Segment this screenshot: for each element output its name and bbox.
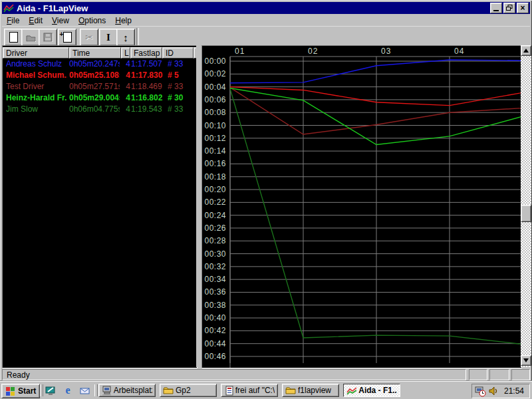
scroll-up-button[interactable] <box>521 45 531 56</box>
cut-button[interactable]: ✂ <box>80 29 98 46</box>
menu-view[interactable]: View <box>47 15 74 26</box>
taskbar-handle-2[interactable] <box>94 384 98 396</box>
minimize-icon <box>493 10 499 11</box>
cell-time: 0h05m29.004s <box>69 93 120 102</box>
add-lap-data-button[interactable]: + <box>58 29 76 46</box>
title-bar[interactable]: Aida - F1LapView × <box>2 2 530 14</box>
cell-driver: Heinz-Harald Fr... <box>6 93 67 102</box>
toolbar-separator <box>136 28 139 45</box>
panel-splitter[interactable] <box>196 45 201 367</box>
close-icon: × <box>520 5 525 11</box>
scroll-down-button[interactable] <box>521 355 531 366</box>
y-tick-label: 00:20 <box>204 185 226 194</box>
task-button-label: Aida - F1... <box>358 386 397 395</box>
minimize-button[interactable] <box>490 3 502 13</box>
restore-button[interactable] <box>503 3 515 13</box>
document-icon <box>224 386 233 396</box>
table-row-jim-slow[interactable]: Jim Slow0h06m04.775s41:19.543# 33 <box>3 104 197 115</box>
cell-laps: 4 <box>121 93 130 102</box>
y-tick-label: 00:32 <box>204 262 226 271</box>
y-tick-label: 00:36 <box>204 287 226 297</box>
series-heinz-harald-fr <box>230 88 521 145</box>
cell-driver: Test Driver <box>6 82 67 91</box>
x-tick-label: 03 <box>381 47 391 56</box>
outlook-express-icon <box>80 386 90 395</box>
open-file-button[interactable] <box>21 29 40 46</box>
column-header-driver[interactable]: Driver <box>3 47 69 59</box>
y-tick-label: 00:34 <box>204 275 226 284</box>
menu-file[interactable]: File <box>2 15 24 26</box>
fit-vertical-button[interactable]: ↕ <box>116 29 135 46</box>
task-button-label: frei auf "C:\... <box>235 386 275 395</box>
system-tray: 21:54 <box>471 384 530 398</box>
y-tick-label: 00:38 <box>204 301 226 310</box>
menu-help[interactable]: Help <box>110 15 136 26</box>
new-document-icon <box>9 32 18 43</box>
volume-icon[interactable] <box>489 386 499 396</box>
menu-options[interactable]: Options <box>74 15 110 26</box>
task-button-label: Arbeitsplatz <box>114 386 152 395</box>
column-header-id[interactable]: ID <box>162 47 194 59</box>
toolbar: + ✂ I ↕ <box>2 26 530 46</box>
status-bar: Ready <box>2 369 530 381</box>
driver-table-panel: DriverTimeLFastlapID Andreas Schulz0h05m… <box>2 45 198 368</box>
taskbar-tasks: ArbeitsplatzGp2frei auf "C:\...f1lapview… <box>98 384 400 397</box>
series-andreas-schulz <box>230 60 521 83</box>
ibeam-tool-button[interactable]: I <box>99 29 118 46</box>
restore-icon <box>506 5 513 11</box>
close-button[interactable]: × <box>517 3 529 13</box>
menu-edit[interactable]: Edit <box>24 15 47 26</box>
table-row-andreas-schulz[interactable]: Andreas Schulz0h05m20.247s41:17.507# 33 <box>3 59 197 70</box>
y-tick-label: 00:00 <box>204 57 226 66</box>
status-indicator-3 <box>511 369 530 380</box>
arrow-down-icon <box>523 358 529 362</box>
y-tick-label: 00:16 <box>204 159 226 168</box>
my-computer-icon <box>102 386 112 396</box>
menu-bar: FileEditViewOptionsHelp <box>2 15 530 26</box>
y-tick-label: 00:08 <box>204 108 226 117</box>
task-button-f1lapview[interactable]: f1lapview <box>282 384 339 397</box>
table-row-heinz-harald-fr[interactable]: Heinz-Harald Fr...0h05m29.004s41:16.802#… <box>3 92 197 104</box>
table-row-test-driver[interactable]: Test Driver0h05m27.571s41:18.469# 33 <box>3 81 197 92</box>
series-michael-schum <box>230 87 521 106</box>
task-button-label: f1lapview <box>298 386 331 395</box>
task-button-arbeitsplatz[interactable]: Arbeitsplatz <box>98 384 156 397</box>
show-desktop-icon <box>45 386 56 396</box>
taskbar-handle[interactable] <box>40 384 43 396</box>
clock[interactable]: 21:54 <box>504 386 524 396</box>
new-document-button[interactable] <box>4 29 23 46</box>
windows-logo-icon <box>5 386 16 396</box>
scroll-thumb[interactable] <box>521 205 531 222</box>
y-tick-label: 00:10 <box>204 121 226 130</box>
column-header-l[interactable]: L <box>121 47 130 59</box>
add-record-icon: + <box>63 32 72 43</box>
task-button-frei-auf-c[interactable]: frei auf "C:\... <box>221 384 278 397</box>
x-tick-label: 01 <box>235 47 245 56</box>
app-chart-icon <box>3 3 14 13</box>
y-tick-label: 00:30 <box>204 249 226 259</box>
save-floppy-icon <box>43 33 53 42</box>
task-button-aida-f1[interactable]: Aida - F1... <box>343 384 400 397</box>
internet-explorer-button[interactable]: e <box>61 384 74 396</box>
start-button[interactable]: Start <box>1 384 40 398</box>
x-tick-label: 02 <box>308 47 318 56</box>
show-desktop-button[interactable] <box>44 384 57 396</box>
folder-icon <box>285 386 296 396</box>
open-folder-icon <box>25 33 36 42</box>
cell-fastlap: 1:17.830 <box>131 70 164 80</box>
outlook-express-button[interactable] <box>78 384 92 396</box>
cell-time: 0h05m25.108s <box>69 70 120 80</box>
chart-vscrollbar[interactable] <box>521 45 531 367</box>
cell-id: # 33 <box>168 82 196 91</box>
table-row-michael-schum[interactable]: Michael Schum...0h05m25.108s41:17.830# 5 <box>3 70 197 81</box>
cell-fastlap: 1:18.469 <box>131 82 164 91</box>
column-header-time[interactable]: Time <box>69 47 121 59</box>
ibeam-cursor-icon: I <box>106 32 110 43</box>
task-button-gp2[interactable]: Gp2 <box>160 384 217 397</box>
task-scheduler-icon[interactable] <box>475 386 486 397</box>
cell-id: # 33 <box>168 59 196 68</box>
chart-icon <box>346 386 356 396</box>
column-header-fastlap[interactable]: Fastlap <box>130 47 162 59</box>
y-tick-label: 00:06 <box>204 95 226 104</box>
save-file-button[interactable] <box>39 29 57 46</box>
